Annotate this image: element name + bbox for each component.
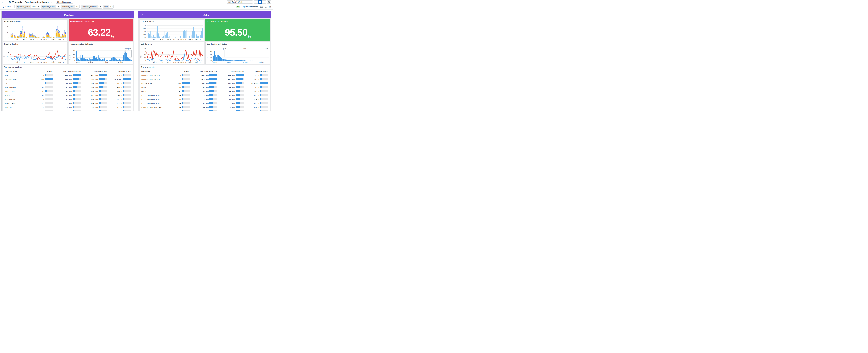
table-row[interactable]: nightly-bench613.1 min15.0 min1.31 hr	[4, 97, 131, 101]
favorite-star-icon[interactable]: ☆	[2, 1, 4, 3]
table-row[interactable]: PHP 72 language tests3421.0 min23.2 min1…	[142, 93, 268, 97]
variable-value[interactable]: *▾	[109, 5, 114, 8]
cell-bar-fill	[210, 102, 213, 104]
row-name: edge	[4, 110, 37, 111]
table-row[interactable]: integration-test_web-5.62742.6 min44.7 m…	[142, 77, 268, 81]
widget-jobs-success-rate: Job overall success rate95.50%	[206, 20, 270, 41]
cell-bar-fill	[260, 102, 261, 104]
variable-pill-branch_name[interactable]: $branch_name*▾	[61, 5, 80, 8]
value-cell: 10.9 min	[81, 110, 107, 111]
variable-value[interactable]: *▾	[56, 5, 60, 8]
column-header-median-duration[interactable]: ↓ MEDIAN:DURATION	[53, 70, 81, 72]
cell-bar-fill	[182, 86, 184, 88]
variable-pill-provider_name[interactable]: $provider_namecircleci▾	[16, 5, 40, 8]
jobs-distribution-chart-svg[interactable]: 0k1k2k3k0 min5 min10 min15 minJobsp75p90…	[206, 46, 270, 64]
table-row[interactable]: macos_tests19334.0 min36.3 min4.62 days	[142, 81, 268, 85]
column-header-name[interactable]: JOB NAME	[142, 70, 174, 72]
svg-text:Oct 10: Oct 10	[36, 39, 42, 40]
value-cell: 8.84 hr	[107, 90, 131, 92]
settings-gear-icon[interactable]: ⚙	[269, 6, 271, 8]
variable-value[interactable]: circleci▾	[31, 5, 40, 8]
widget-pipelines-success-rate: Pipeline overall success rate63.22%	[68, 20, 133, 41]
cell-bar-track	[260, 110, 268, 111]
title-menu-chevron-icon[interactable]	[51, 1, 53, 3]
svg-text:2k: 2k	[210, 54, 212, 55]
table-row[interactable]: build2044.0 min48.1 min9.90 hr	[4, 73, 131, 77]
svg-text:0 min: 0 min	[213, 62, 217, 64]
search-icon[interactable]	[2, 6, 4, 8]
table-row[interactable]: PHP 71 language tests3420.8 min22.9 min1…	[142, 101, 268, 105]
widget-pipelines-executions-title: Pipeline executions	[3, 20, 67, 24]
search-label[interactable]: Search...	[5, 6, 13, 8]
table-row[interactable]: components3714.2 min16.6 min8.84 hr	[4, 89, 131, 93]
pipelines-distribution-chart[interactable]: 01020300 min10 min20 min30 minPipelinesp…	[69, 46, 133, 64]
section-header-pipelines[interactable]: Pipelines	[2, 11, 134, 19]
table-row[interactable]: celery4723.1 min23.4 min18.1 hr	[142, 89, 268, 93]
jobs-duration-chart-svg[interactable]: 010203040Thu 7Fri 8Sat 9Oct 10Mon 11Tue …	[140, 46, 204, 64]
table-row[interactable]: bench1113.2 min13.7 min2.40 hr	[4, 93, 131, 97]
column-header-count[interactable]: COUNT	[174, 70, 190, 72]
column-header-pc95-duration[interactable]: PC95:DURATION	[217, 70, 244, 72]
variable-pill-provider_instance[interactable]: $provider_instance*▾	[81, 5, 102, 8]
jobs-duration-chart[interactable]: 010203040Thu 7Fri 8Sat 9Oct 10Mon 11Tue …	[140, 46, 204, 64]
column-header-sum-duration[interactable]: SUM:DURATION	[244, 70, 268, 72]
tv-mode-monitor-icon[interactable]	[265, 6, 267, 8]
cell-bar-track	[236, 110, 244, 111]
table-row[interactable]: test-test_extension_ci-8.03320.0 min22.1…	[142, 109, 268, 111]
table-row[interactable]: build-and-test127.7 min13.4 min1.51 hr	[4, 101, 131, 105]
cell-bar-fill	[236, 98, 240, 100]
cell-bar-fill	[45, 102, 45, 104]
jobs-executions-chart[interactable]: 0k0.5k1k1.5k2kThu 7Fri 8Sat 9Oct 10Mon 1…	[140, 24, 204, 41]
svg-text:Wed 13: Wed 13	[195, 62, 201, 64]
variable-value[interactable]: *▾	[75, 5, 79, 8]
section-title: Jobs	[143, 14, 269, 16]
cell-bar-track	[72, 74, 81, 76]
time-backward-button[interactable]	[254, 0, 258, 4]
table-row[interactable]: profile5024.8 min26.4 min20.5 hr	[142, 85, 268, 89]
pipelines-executions-chart-svg[interactable]: 02040Thu 7Fri 8Sat 9Oct 10Mon 11Tue 12We…	[3, 24, 67, 41]
keyboard-icon[interactable]	[260, 6, 263, 8]
table-row[interactable]: test_and_build15534.0 min36.3 min3.52 da…	[4, 77, 131, 81]
column-header-sum-duration[interactable]: SUM:DURATION	[107, 70, 131, 72]
table-row[interactable]: test-test_extension_ci-8.13420.4 min22.3…	[142, 105, 268, 109]
time-forward-button[interactable]	[262, 0, 266, 4]
pipelines-duration-chart[interactable]: 00.511.5Thu 7Fri 8Sat 9Oct 10Mon 11Tue 1…	[3, 46, 67, 64]
section-collapse-chevron-icon[interactable]	[141, 14, 143, 16]
table-row[interactable]: PHP 73 language tests3521.0 min23.0 min1…	[142, 97, 268, 101]
widget-pipelines-top-slowest-title: Top slowest pipelines	[3, 65, 133, 69]
variable-pill-pipeline_name[interactable]: $pipeline_name*▾	[41, 5, 60, 8]
clone-dashboard-button[interactable]: Clone Dashboard	[56, 1, 73, 4]
column-header-name[interactable]: PIPELINE NAME	[4, 70, 37, 72]
value-cell: 0.12 hr	[107, 106, 131, 108]
variable-value[interactable]: *▾	[98, 5, 102, 8]
column-header-median-duration[interactable]: ↓ MEDIAN:DURATION	[190, 70, 217, 72]
table-row[interactable]: edge57.3 min10.9 min0.68 hr	[4, 109, 131, 111]
column-header-count[interactable]: COUNT	[37, 70, 53, 72]
variable-pill-env[interactable]: $env*▾	[103, 5, 114, 8]
density-toggle[interactable]: ON	[236, 6, 240, 8]
jobs-executions-chart-svg[interactable]: 0k0.5k1k1.5k2kThu 7Fri 8Sat 9Oct 10Mon 1…	[140, 24, 204, 41]
section-pipelines: PipelinesPipeline executions02040Thu 7Fr…	[1, 11, 134, 111]
pipelines-distribution-chart-svg[interactable]: 01020300 min10 min20 min30 minPipelinesp…	[69, 46, 133, 64]
ci-pipelines-icon	[5, 1, 8, 3]
jobs-distribution-chart[interactable]: 0k1k2k3k0 min5 min10 min15 minJobsp75p90…	[206, 46, 270, 64]
cell-bar-fill	[182, 82, 190, 84]
table-row[interactable]: upstream17.3 min7.3 min0.12 hr	[4, 105, 131, 109]
zoom-out-button[interactable]	[267, 0, 271, 4]
pipelines-duration-chart-svg[interactable]: 00.511.5Thu 7Fri 8Sat 9Oct 10Mon 11Tue 1…	[3, 46, 67, 64]
cell-bar-fill	[260, 98, 261, 100]
svg-text:Sat 9: Sat 9	[30, 39, 34, 40]
cell-bar-fill	[182, 74, 183, 76]
table-row[interactable]: build_packages1124.5 min26.6 min4.26 hr	[4, 85, 131, 89]
column-header-pc95-duration[interactable]: PC95:DURATION	[81, 70, 107, 72]
pipelines-executions-chart[interactable]: 02040Thu 7Fri 8Sat 9Oct 10Mon 11Tue 12We…	[3, 24, 67, 41]
section-header-jobs[interactable]: Jobs	[138, 11, 271, 19]
pause-button[interactable]	[258, 0, 262, 4]
row-name: nightly-bench	[4, 98, 37, 100]
table-row[interactable]: test2228.0 min31.6 min8.27 hr	[4, 81, 131, 85]
section-collapse-chevron-icon[interactable]	[4, 14, 6, 16]
cell-bar-track	[99, 102, 107, 104]
table-row[interactable]: integration-test_web-5.52943.8 min45.4 m…	[142, 73, 268, 77]
cell-bar-track	[236, 86, 244, 88]
time-range-picker[interactable]: UTC 1w Past 1 Week ▾	[226, 0, 253, 4]
